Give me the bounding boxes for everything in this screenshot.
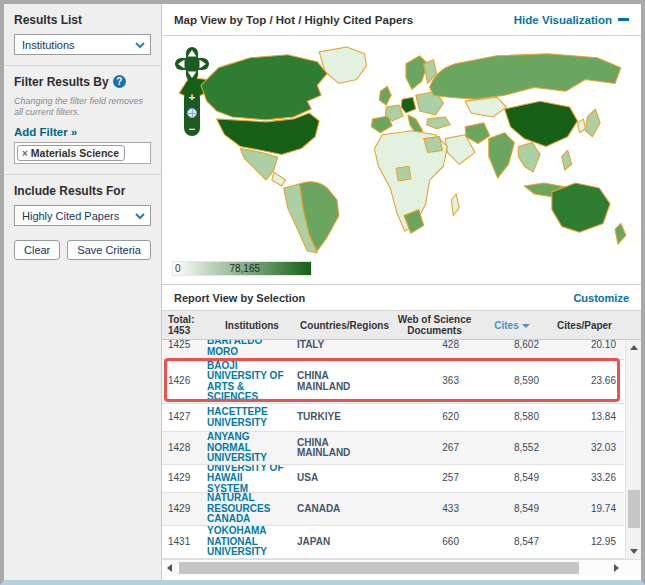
rank-cell: 1428 [168, 442, 190, 453]
report-header: Report View by Selection Customize [162, 284, 641, 310]
include-results-select[interactable]: Highly Cited Papers [14, 205, 151, 226]
table-body: 1425BARI ALDO MOROITALY4288,60220.101426… [162, 340, 641, 559]
scroll-right-button[interactable] [609, 560, 624, 576]
chevron-down-icon [134, 39, 146, 51]
sidebar: Results List Institutions Filter Results… [4, 4, 162, 580]
map-legend: 0 78,165 [172, 261, 312, 276]
horizontal-scrollbar[interactable] [162, 559, 641, 576]
choropleth-map [168, 42, 638, 254]
column-header-institutions: Institutions [207, 320, 297, 331]
customize-link[interactable]: Customize [573, 292, 629, 304]
cites-per-paper-cell: 20.10 [591, 340, 616, 351]
rank-cell: 1429 [168, 472, 190, 483]
main-panel: Map View by Top / Hot / Highly Cited Pap… [162, 4, 641, 580]
filter-tags-box: × Materials Science [14, 142, 151, 164]
map-zoom-control: + − [184, 90, 200, 136]
vertical-scroll-thumb[interactable] [628, 490, 640, 528]
zoom-out-button[interactable]: − [189, 124, 195, 134]
rank-cell: 1425 [168, 340, 190, 351]
table-row[interactable]: 1431YOKOHAMA NATIONAL UNIVERSITYJAPAN660… [162, 526, 624, 559]
documents-cell: 428 [442, 340, 459, 351]
table-rows: 1425BARI ALDO MOROITALY4288,60220.101426… [162, 340, 624, 559]
total-header: Total: 1453 [162, 314, 207, 336]
institution-link[interactable]: ANYANG NORMAL UNIVERSITY [207, 432, 267, 463]
table-row[interactable]: 1425BARI ALDO MOROITALY4288,60220.10 [162, 340, 624, 360]
include-results-section: Include Results For Highly Cited Papers … [4, 174, 161, 270]
filter-note: Changing the filter field removes all cu… [14, 96, 151, 118]
triangle-left-icon [167, 564, 172, 572]
cites-cell: 8,549 [514, 503, 539, 514]
table-row[interactable]: 1429NATURAL RESOURCES CANADACANADA4338,5… [162, 493, 624, 526]
cites-cell: 8,580 [514, 411, 539, 422]
rank-cell: 1427 [168, 411, 190, 422]
institution-link[interactable]: BARI ALDO MORO [207, 340, 285, 357]
filter-tag-materials-science[interactable]: × Materials Science [17, 145, 125, 161]
institution-link[interactable]: YOKOHAMA NATIONAL UNIVERSITY [207, 526, 267, 557]
sidebar-buttons: Clear Save Criteria [14, 226, 151, 260]
chevron-down-icon [134, 210, 146, 222]
documents-cell: 433 [442, 503, 459, 514]
institution-link[interactable]: NATURAL RESOURCES CANADA [207, 493, 270, 524]
clear-button[interactable]: Clear [14, 240, 60, 260]
cites-cell: 8,590 [514, 375, 539, 386]
documents-cell: 363 [442, 375, 459, 386]
filter-section: Filter Results By? Changing the filter f… [4, 65, 161, 174]
institution-link[interactable]: HACETTEPE UNIVERSITY [207, 406, 268, 428]
filter-by-label-text: Filter Results By [14, 75, 109, 89]
sort-desc-icon [522, 324, 530, 328]
total-value: 1453 [168, 325, 207, 336]
table-row[interactable]: 1427HACETTEPE UNIVERSITYTURKIYE6208,5801… [162, 404, 624, 432]
column-header-cites-per-paper: Cites/Paper [547, 320, 622, 331]
triangle-down-icon [630, 549, 638, 554]
legend-min-value: 0 [175, 263, 181, 274]
cites-cell: 8,602 [514, 340, 539, 351]
report-title: Report View by Selection [174, 292, 305, 304]
table-row[interactable]: 1429UNIVERSITY OF HAWAII SYSTEMUSA2578,5… [162, 465, 624, 493]
cites-header-label: Cites [494, 320, 518, 331]
add-filter-link[interactable]: Add Filter » [14, 126, 151, 138]
cites-per-paper-cell: 13.84 [591, 411, 616, 422]
map-panel-header: Map View by Top / Hot / Highly Cited Pap… [162, 4, 641, 36]
zoom-in-button[interactable]: + [189, 92, 195, 102]
filter-by-label: Filter Results By? [14, 75, 151, 89]
column-header-documents: Web of Science Documents [392, 314, 477, 336]
table-row[interactable]: 1428ANYANG NORMAL UNIVERSITYCHINA MAINLA… [162, 432, 624, 465]
country-cell: CHINA MAINLAND [297, 437, 350, 459]
world-map[interactable]: + − 0 78,165 [162, 36, 641, 284]
institution-link[interactable]: UNIVERSITY OF HAWAII SYSTEM [207, 465, 284, 493]
map-pan-control[interactable] [174, 46, 210, 82]
country-cell: CANADA [297, 503, 340, 514]
country-cell: CHINA MAINLAND [297, 370, 350, 392]
country-cell: USA [297, 472, 318, 483]
scroll-left-button[interactable] [162, 560, 177, 576]
hide-visualization-link[interactable]: Hide Visualization [514, 14, 629, 26]
documents-cell: 257 [442, 472, 459, 483]
map-panel-title: Map View by Top / Hot / Highly Cited Pap… [174, 14, 413, 26]
rank-cell: 1431 [168, 536, 190, 547]
save-criteria-button[interactable]: Save Criteria [67, 240, 151, 260]
include-results-label: Include Results For [14, 184, 151, 198]
help-icon[interactable]: ? [113, 75, 126, 88]
vertical-scrollbar[interactable] [625, 340, 641, 559]
cites-per-paper-cell: 23.66 [591, 375, 616, 386]
results-list-value: Institutions [22, 39, 134, 51]
rank-cell: 1426 [168, 375, 190, 386]
minus-icon [618, 18, 629, 21]
horizontal-scroll-thumb[interactable] [179, 562, 579, 574]
country-cell: TURKIYE [297, 411, 341, 422]
globe-icon[interactable] [187, 108, 197, 118]
scroll-down-button[interactable] [626, 544, 641, 559]
documents-cell: 267 [442, 442, 459, 453]
institution-link[interactable]: BAOJI UNIVERSITY OF ARTS & SCIENCES [207, 360, 284, 402]
application-window: Results List Institutions Filter Results… [0, 0, 645, 585]
cites-per-paper-cell: 33.26 [591, 472, 616, 483]
triangle-right-icon [614, 564, 619, 572]
results-list-select[interactable]: Institutions [14, 34, 151, 55]
table-row[interactable]: 1426BAOJI UNIVERSITY OF ARTS & SCIENCESC… [162, 360, 624, 404]
country-cell: JAPAN [297, 536, 330, 547]
country-cell: ITALY [297, 340, 324, 351]
column-header-cites-sort[interactable]: Cites [477, 320, 547, 331]
remove-tag-icon[interactable]: × [22, 148, 28, 159]
scroll-up-button[interactable] [626, 340, 641, 355]
include-results-value: Highly Cited Papers [22, 210, 134, 222]
